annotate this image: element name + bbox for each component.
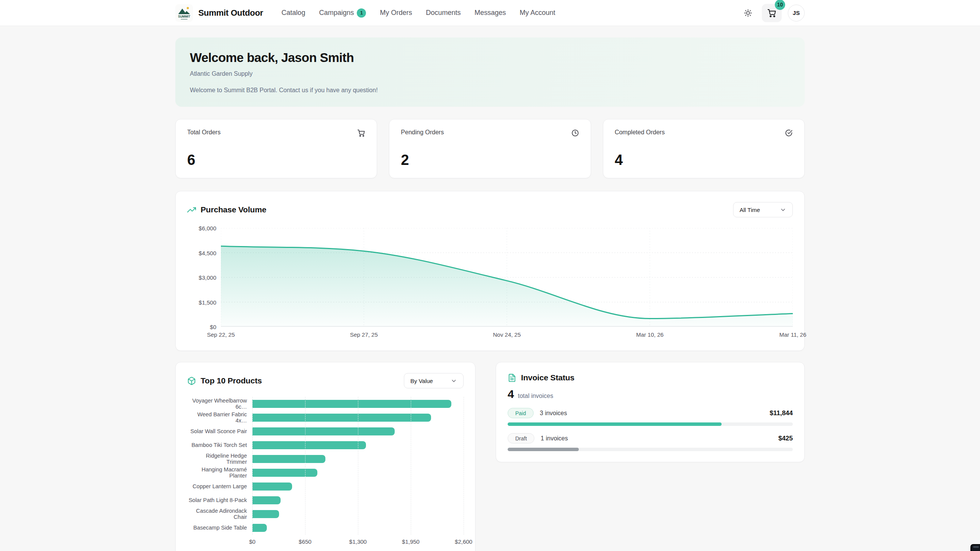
bar-grid-line <box>252 397 253 535</box>
welcome-banner: Welcome back, Jason Smith Atlantic Garde… <box>175 37 805 107</box>
invoice-total-label: total invoices <box>518 393 554 399</box>
time-range-select[interactable]: All Time <box>733 202 793 217</box>
bar[interactable] <box>252 469 317 477</box>
nav-item-label: Messages <box>475 9 506 17</box>
purchase-volume-plot <box>221 228 793 327</box>
bar-grid-line <box>411 397 411 535</box>
main-nav: CatalogCampaigns1My OrdersDocumentsMessa… <box>281 8 555 18</box>
bar-category-label: Cascade Adirondack Chair <box>187 507 252 521</box>
nav-item-catalog[interactable]: Catalog <box>281 9 305 17</box>
invoice-status-panel: Invoice Status 4 total invoices Paid3 in… <box>496 362 805 462</box>
welcome-title: Welcome back, Jason Smith <box>190 51 790 65</box>
invoice-total-value: 4 <box>508 388 514 401</box>
bar-category-label: Copper Lantern Large <box>187 479 252 493</box>
top-products-title-group: Top 10 Products <box>187 376 262 385</box>
stat-value: 4 <box>615 152 793 168</box>
x-axis-tick: Nov 24, 25 <box>493 331 521 338</box>
invoice-status-title: Invoice Status <box>521 373 575 382</box>
clock-icon <box>571 129 579 137</box>
status-badge-paid: Paid <box>508 408 534 418</box>
bar[interactable] <box>252 455 325 463</box>
invoice-row-paid: Paid3 invoices$11,844 <box>508 408 793 426</box>
purchase-volume-y-axis: $0$1,500$3,000$4,500$6,000 <box>187 228 221 327</box>
nav-item-label: My Orders <box>380 9 412 17</box>
invoice-progress-fill <box>508 448 579 451</box>
dev-indicator[interactable] <box>970 544 980 551</box>
bar-grid-line <box>305 397 305 535</box>
chevron-down-icon <box>780 207 786 213</box>
sort-by-value: By Value <box>410 378 433 384</box>
bar-category-label: Weed Barrier Fabric 4x… <box>187 411 252 424</box>
app-header: SUMMIT Summit Outdoor CatalogCampaigns1M… <box>0 0 980 26</box>
stat-card-pending-orders: Pending Orders2 <box>389 119 591 178</box>
bar-x-axis-tick: $1,950 <box>402 538 420 545</box>
nav-item-my-account[interactable]: My Account <box>520 9 555 17</box>
user-avatar[interactable]: JS <box>788 5 805 21</box>
nav-item-documents[interactable]: Documents <box>426 9 461 17</box>
bar[interactable] <box>252 510 279 518</box>
theme-toggle-button[interactable] <box>740 5 756 21</box>
brand-logo: SUMMIT <box>175 4 193 22</box>
x-axis-tick: Sep 22, 25 <box>207 331 235 338</box>
stat-label: Total Orders <box>187 129 220 136</box>
bar-x-axis-tick: $1,300 <box>349 538 367 545</box>
bar-x-axis-tick: $0 <box>249 538 256 545</box>
bottom-row: Top 10 Products By Value Voyager Wheelba… <box>175 362 805 551</box>
file-text-icon <box>508 373 516 382</box>
purchase-volume-title-group: Purchase Volume <box>187 205 266 214</box>
bar[interactable] <box>252 524 267 532</box>
bar[interactable] <box>252 427 395 435</box>
stat-card-completed-orders: Completed Orders4 <box>603 119 805 178</box>
bar-category-label: Bamboo Tiki Torch Set <box>187 438 252 452</box>
bar[interactable] <box>252 441 366 449</box>
brand: SUMMIT Summit Outdoor <box>175 4 263 22</box>
bar[interactable] <box>252 400 451 408</box>
sort-by-select[interactable]: By Value <box>404 373 464 388</box>
bar[interactable] <box>252 483 292 491</box>
cart-button[interactable]: 10 <box>762 4 782 22</box>
svg-text:SUMMIT: SUMMIT <box>178 15 190 18</box>
bar-grid-line <box>464 397 464 535</box>
header-actions: 10 JS <box>740 4 805 22</box>
chevron-down-icon <box>451 378 457 384</box>
welcome-company: Atlantic Garden Supply <box>190 70 790 77</box>
invoice-amount: $11,844 <box>769 409 793 417</box>
invoice-count: 1 invoices <box>541 435 568 442</box>
purchase-volume-x-axis: Sep 22, 25Sep 27, 25Nov 24, 25Mar 10, 26… <box>221 327 793 340</box>
y-axis-tick: $6,000 <box>199 225 216 231</box>
status-badge-draft: Draft <box>508 433 534 443</box>
bar[interactable] <box>252 414 431 422</box>
trending-up-icon <box>187 205 196 214</box>
invoice-amount: $425 <box>778 435 793 442</box>
top-products-plot: $0$650$1,300$1,950$2,600 <box>252 397 464 546</box>
cart-badge: 10 <box>775 0 785 10</box>
package-icon <box>187 377 196 385</box>
check-circle-icon <box>785 129 793 137</box>
y-axis-tick: $3,000 <box>199 274 216 281</box>
purchase-volume-title: Purchase Volume <box>201 205 266 214</box>
nav-item-messages[interactable]: Messages <box>475 9 506 17</box>
nav-item-campaigns[interactable]: Campaigns1 <box>319 8 366 18</box>
welcome-message: Welcome to Summit B2B Portal. Contact us… <box>190 87 790 94</box>
invoice-count: 3 invoices <box>540 410 567 417</box>
bar-category-label: Voyager Wheelbarrow 6c… <box>187 397 252 411</box>
bar-category-label: Solar Path Light 8-Pack <box>187 493 252 507</box>
cart-icon <box>357 129 365 137</box>
cart-icon <box>767 8 776 18</box>
bar-category-label: Basecamp Side Table <box>187 521 252 535</box>
invoice-row-draft: Draft1 invoices$425 <box>508 433 793 451</box>
top-products-labels: Voyager Wheelbarrow 6c…Weed Barrier Fabr… <box>187 397 252 546</box>
bar[interactable] <box>252 496 281 504</box>
bar-category-label: Solar Wall Sconce Pair <box>187 424 252 438</box>
x-axis-tick: Sep 27, 25 <box>350 331 378 338</box>
invoice-status-title-group: Invoice Status <box>508 373 575 382</box>
brand-name: Summit Outdoor <box>198 8 263 18</box>
time-range-value: All Time <box>740 207 760 213</box>
stat-card-total-orders: Total Orders6 <box>175 119 377 178</box>
nav-item-my-orders[interactable]: My Orders <box>380 9 412 17</box>
bar-x-axis-tick: $650 <box>299 538 311 545</box>
nav-item-label: Documents <box>426 9 461 17</box>
stat-label: Completed Orders <box>615 129 665 136</box>
nav-item-label: My Account <box>520 9 555 17</box>
invoice-rows: Paid3 invoices$11,844Draft1 invoices$425 <box>508 408 793 451</box>
